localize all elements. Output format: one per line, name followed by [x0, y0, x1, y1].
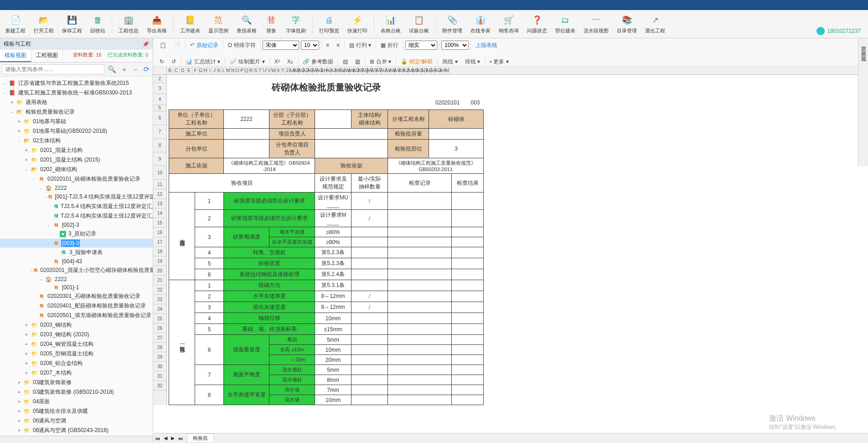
tree-node[interactable]: 检02020401_配筋砌体检验批质量验收记录 [0, 301, 153, 311]
tree-toggle[interactable]: - [31, 177, 36, 182]
tree-node[interactable]: +📁0201_混凝土结构 (2015) [0, 155, 153, 165]
ribbon-工程信息[interactable]: 🏢工程信息 [116, 13, 141, 35]
tree-node[interactable]: ■3_原始记录 [0, 229, 153, 239]
cell[interactable]: 2222 [224, 110, 269, 129]
cell[interactable]: 主体结构/ 砌体结构 [351, 110, 388, 129]
cell[interactable]: 《砌体结构工程施工规范》GB50924 -2014 [224, 158, 315, 174]
tree-node[interactable]: +📁03建筑装饰装修 [0, 378, 153, 387]
tree-toggle[interactable]: - [2, 90, 7, 95]
tree-node[interactable]: -检02020201_混凝土小型空心砌块砌体检验批质量验收记 [0, 266, 153, 275]
tree-node[interactable]: +📁0203_钢结构 (2020) [0, 330, 153, 339]
tree-toggle[interactable]: - [2, 81, 7, 86]
toolbar-btn[interactable]: 📊汇总统计 ▾ [183, 57, 223, 67]
tree-node[interactable]: +📁0205_型钢混凝土结构 [0, 349, 153, 359]
project-tree[interactable]: -📕江苏省建筑与市政工程施工质量验收系统2015-📕建筑工程施工质量验收统一标准… [0, 77, 153, 436]
ribbon-回收站[interactable]: 🗑回收站 [88, 13, 108, 35]
remove-icon[interactable]: － [131, 65, 140, 74]
toolbar-btn[interactable]: Ω特殊字符 [225, 40, 258, 51]
toolbar-btn[interactable]: ≡ [334, 41, 342, 50]
ribbon-替换[interactable]: 替替换 [262, 13, 280, 35]
cell[interactable]: 分包单位 [169, 140, 224, 158]
tree-node[interactable]: +📁0201_混凝土结构 [0, 146, 153, 155]
ribbon-部位建表[interactable]: 🗂部位建表 [553, 13, 578, 35]
ribbon-退出工程[interactable]: ↗退出工程 [642, 13, 668, 35]
ribbon-导出表格[interactable]: 📤导出表格 [144, 13, 170, 35]
ribbon-工序建表[interactable]: 📒工序建表 [177, 13, 203, 35]
sheet-wrapper[interactable]: BCDEFGHIJKLMNOPQRSTUVWXYZAAABACADAEAFAGA… [153, 67, 868, 443]
tree-node[interactable]: -📕江苏省建筑与市政工程施工质量验收系统2015 [0, 78, 153, 88]
cell[interactable] [315, 110, 351, 129]
tree-toggle[interactable]: + [24, 157, 29, 162]
tree-node[interactable]: +📁01地基与基础 [0, 117, 153, 126]
tree-toggle[interactable]: - [38, 186, 44, 191]
right-rail[interactable]: 基本设定 浏览表格 已完成资料 [858, 38, 868, 166]
sheet-nav-next[interactable]: ▶ [169, 435, 176, 441]
sheet-nav-first[interactable]: ⏮ [153, 436, 162, 441]
cell[interactable] [315, 140, 388, 158]
toolbar-btn[interactable]: ▤行列 ▾ [346, 40, 374, 51]
tree-toggle[interactable]: + [16, 390, 22, 395]
toolbar-btn[interactable]: X² [272, 57, 283, 66]
toolbar-btn[interactable]: ▪更多 ▾ [487, 57, 512, 67]
tree-node[interactable]: 检[001]-1 [0, 283, 153, 292]
ribbon-显示范例[interactable]: 范显示范例 [206, 13, 231, 35]
toolbar-btn[interactable]: ▦折行 [378, 40, 401, 51]
cell[interactable] [429, 129, 484, 140]
toolbar-btn[interactable]: 排线 ▾ [462, 57, 483, 67]
cell[interactable]: 分包单位项目 负责人 [269, 140, 315, 158]
tree-node[interactable]: 报TJ2.5.4 结构实体混凝土强12度评定汇总表 [0, 202, 153, 211]
toolbar-select[interactable]: 细实 [405, 41, 437, 50]
toolbar-btn[interactable]: 📈绘制图片 ▾ [227, 57, 267, 67]
cell[interactable] [224, 140, 269, 158]
cell[interactable]: 验收依据 [315, 158, 388, 174]
toolbar-btn[interactable]: ↺ [169, 57, 179, 66]
tree-toggle[interactable]: - [46, 223, 51, 228]
cell[interactable]: 项目负责人 [269, 129, 315, 140]
ribbon-保存工程[interactable]: 💾保存工程 [59, 13, 85, 35]
tree-node[interactable]: +📁04屋面 [0, 397, 153, 407]
tree-node[interactable]: 报3_报验申请表 [0, 248, 153, 257]
ribbon-新建工程[interactable]: 📄新建工程 [3, 13, 28, 35]
toolbar-btn[interactable]: ↻ [157, 57, 167, 66]
toolbar-select[interactable]: 10 [301, 41, 319, 50]
tree-toggle[interactable]: + [16, 428, 22, 433]
cell[interactable]: 施工依据 [169, 158, 224, 174]
tree-toggle[interactable]: - [46, 194, 47, 199]
ribbon-表格台账[interactable]: 📊表格台账 [378, 13, 403, 35]
tree-toggle[interactable]: + [24, 351, 29, 356]
tree-node[interactable]: -检02020101_砖砌体检验批质量验收记录 [0, 174, 153, 184]
tree-toggle[interactable]: + [16, 129, 22, 134]
ribbon-试验台账[interactable]: 📋试验台账 [406, 13, 432, 35]
tree-toggle[interactable]: + [24, 342, 29, 347]
tree-toggle[interactable]: + [16, 399, 22, 404]
tab-template-view[interactable]: 模板视图 [0, 50, 31, 62]
toolbar-btn[interactable]: ↶原始记录 [187, 40, 221, 51]
add-icon[interactable]: ＋ [119, 65, 129, 74]
ribbon-目录管理[interactable]: 📚目录管理 [614, 13, 640, 35]
tree-toggle[interactable]: + [24, 148, 29, 153]
tree-node[interactable]: +📁01地基与基础(GB50202-2018) [0, 126, 153, 136]
tree-toggle[interactable]: + [9, 100, 15, 105]
toolbar-btn[interactable]: 上报表格 [473, 40, 500, 51]
cell[interactable]: 检验批容量 [388, 129, 429, 140]
toolbar-btn[interactable]: ▥ [352, 57, 363, 66]
tree-node[interactable]: +📁05建筑给水排水及供暖 [0, 407, 153, 416]
cell[interactable]: 施工单位 [169, 129, 224, 140]
tree-toggle[interactable]: + [16, 119, 22, 124]
cell[interactable]: 《砌体结构工程施工质量验收规范》 GB50203-2011 [388, 158, 484, 174]
toolbar-btn[interactable]: ⊞合并 ▾ [367, 57, 394, 67]
tree-toggle[interactable]: - [46, 241, 51, 246]
toolbar-btn[interactable]: 📋 [157, 41, 169, 50]
ribbon-问题状态[interactable]: ❓问题状态 [524, 13, 550, 35]
pin-icon[interactable]: 📌 [142, 41, 149, 47]
toolbar-btn[interactable]: X₂ [284, 57, 296, 66]
tree-node[interactable]: -📂检验批质量验收记录 [0, 107, 153, 117]
tree-node[interactable]: -🏠2222 [0, 184, 153, 192]
sidebar-hscroll[interactable] [0, 436, 153, 443]
tree-node[interactable]: 检02020501_填充墙砌体检验批质量验收记录 [0, 311, 153, 320]
toolbar-btn[interactable]: 🔒锁定/解锁 [398, 57, 435, 67]
tree-node[interactable]: 检[004]-43 [0, 257, 153, 266]
tree-toggle[interactable]: + [24, 332, 29, 337]
ribbon-销售咨询[interactable]: 🛒销售咨询 [496, 13, 522, 35]
sheet-grid[interactable]: 砖砌体检验批质量验收记录 02020101 003 单位（子单位） 工程名称 2… [167, 75, 484, 405]
